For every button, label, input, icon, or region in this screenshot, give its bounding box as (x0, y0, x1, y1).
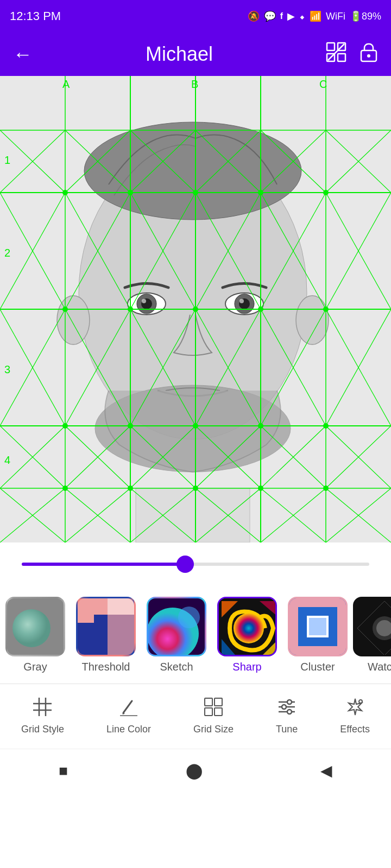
svg-rect-145 (215, 708, 222, 716)
effect-thumb-sharp (217, 597, 277, 656)
youtube-icon: ▶ (287, 10, 295, 22)
svg-point-120 (12, 609, 51, 647)
nav-label-effects: Effects (340, 724, 370, 735)
message-icon: 💬 (264, 10, 276, 22)
effect-label-threshold: Threshold (82, 661, 130, 673)
effect-label-sharp: Sharp (232, 661, 261, 673)
status-icons: 🔕 💬 f ▶ ⬥ 📶 WiFi 🔋89% (248, 10, 381, 22)
cluster-center (307, 616, 329, 637)
back-button[interactable]: ← (13, 43, 33, 66)
effects-strip: Gray Threshold (0, 586, 391, 684)
bluetooth-icon: ⬥ (299, 11, 305, 22)
svg-point-19 (57, 296, 90, 344)
nav-tune[interactable]: Tune (276, 698, 298, 735)
status-bar: 12:13 PM 🔕 💬 f ▶ ⬥ 📶 WiFi 🔋89% (0, 0, 391, 33)
face-sketch (0, 76, 391, 542)
svg-point-129 (234, 613, 264, 643)
svg-line-4 (328, 44, 344, 60)
effect-label-sketch: Sketch (160, 661, 193, 673)
effect-gray[interactable]: Gray (0, 597, 71, 673)
facebook-icon: f (280, 11, 283, 21)
svg-point-149 (282, 705, 286, 709)
slider-area (0, 542, 391, 586)
page-title: Michael (146, 43, 213, 66)
svg-point-6 (367, 54, 370, 58)
effect-sharp[interactable]: Sharp (212, 597, 282, 673)
effect-cluster[interactable]: Cluster (282, 597, 353, 673)
effects-icon (346, 698, 364, 720)
svg-point-152 (359, 700, 362, 703)
wifi-icon: WiFi (326, 11, 345, 22)
image-canvas: A B C 1 2 3 4 (0, 76, 391, 542)
effect-label-watch: Watch (368, 661, 391, 673)
svg-rect-0 (327, 43, 335, 50)
nav-label-grid-style: Grid Style (21, 724, 64, 735)
status-time: 12:13 PM (10, 9, 61, 23)
svg-point-127 (178, 607, 200, 628)
effect-threshold[interactable]: Threshold (71, 597, 141, 673)
back-nav-button[interactable]: ◀ (320, 762, 332, 780)
nav-effects[interactable]: Effects (340, 698, 370, 735)
grid-style-icon (33, 698, 52, 720)
cluster-inner (289, 598, 346, 655)
effect-sketch[interactable]: Sketch (141, 597, 212, 673)
nav-label-grid-size: Grid Size (193, 724, 234, 735)
svg-rect-144 (205, 708, 212, 716)
effect-thumb-watch (353, 597, 391, 656)
svg-rect-3 (338, 54, 345, 61)
slider-track[interactable] (22, 563, 369, 566)
battery-icon: 🔋89% (350, 10, 381, 22)
home-button[interactable]: ⬤ (186, 762, 203, 780)
svg-rect-143 (215, 698, 222, 706)
effect-watch[interactable]: Watch (353, 597, 391, 673)
header-actions (326, 42, 378, 67)
svg-rect-21 (136, 488, 250, 542)
svg-point-147 (287, 700, 292, 704)
effect-thumb-threshold (76, 597, 136, 656)
svg-marker-124 (108, 615, 136, 656)
effect-thumb-cluster (288, 597, 348, 656)
line-color-icon (120, 698, 137, 720)
mute-icon: 🔕 (248, 10, 260, 22)
svg-point-151 (287, 710, 292, 714)
effect-label-cluster: Cluster (300, 661, 335, 673)
effect-label-gray: Gray (23, 661, 47, 673)
header: ← Michael (0, 33, 391, 76)
lock-icon[interactable] (360, 42, 378, 67)
effect-thumb-sketch (147, 597, 206, 656)
stop-button[interactable]: ■ (59, 762, 68, 780)
sketch-face (0, 76, 391, 542)
bottom-nav: Grid Style Line Color Grid Size (0, 684, 391, 749)
svg-marker-123 (108, 598, 136, 615)
nav-grid-style[interactable]: Grid Style (21, 698, 64, 735)
system-nav-bar: ■ ⬤ ◀ (0, 749, 391, 792)
svg-point-17 (239, 299, 244, 303)
effect-thumb-gray (5, 597, 65, 656)
nav-label-tune: Tune (276, 724, 298, 735)
nav-line-color[interactable]: Line Color (106, 698, 151, 735)
slider-fill (22, 563, 185, 566)
slider-thumb[interactable] (176, 556, 194, 573)
signal-icon: 📶 (310, 10, 321, 22)
tune-icon (278, 698, 296, 720)
svg-rect-142 (205, 698, 212, 706)
nav-grid-size[interactable]: Grid Size (193, 698, 234, 735)
grid-size-icon (204, 698, 223, 720)
svg-point-13 (142, 299, 146, 303)
svg-point-20 (296, 296, 329, 344)
grid-toggle-icon[interactable] (326, 42, 346, 67)
nav-label-line-color: Line Color (106, 724, 151, 735)
